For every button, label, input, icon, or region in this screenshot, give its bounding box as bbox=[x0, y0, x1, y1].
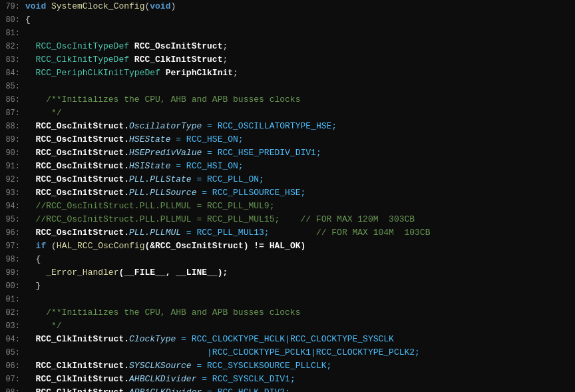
code-viewer: 79:void SystemClock_Config(void)80:{81: … bbox=[0, 0, 575, 392]
line-content: RCC_OscInitStruct.HSIState = RCC_HSI_ON; bbox=[25, 160, 575, 172]
code-token: ) bbox=[170, 1, 176, 11]
code-token: (&RCC_OscInitStruct) != HAL_OK) bbox=[144, 241, 305, 251]
line-content: /**Initializes the CPU, AHB and APB buss… bbox=[25, 93, 575, 106]
line-content: RCC_ClkInitStruct.ClockType = RCC_CLOCKT… bbox=[25, 333, 575, 345]
line-number: 83: bbox=[0, 54, 25, 67]
table-row: 01: bbox=[0, 293, 575, 306]
line-content: |RCC_CLOCKTYPE_PCLK1|RCC_CLOCKTYPE_PCLK2… bbox=[25, 346, 575, 359]
line-number: 06: bbox=[0, 360, 25, 373]
code-token: { bbox=[25, 15, 31, 25]
table-row: 81: bbox=[0, 27, 575, 40]
line-number: 96: bbox=[0, 227, 25, 240]
line-number: 04: bbox=[0, 333, 25, 346]
code-token: RCC_OscInitStruct. bbox=[25, 188, 129, 198]
code-token: = RCC_SYSCLK_DIV1; bbox=[196, 374, 295, 384]
table-row: 80:{ bbox=[0, 13, 575, 27]
line-content: void SystemClock_Config(void) bbox=[25, 0, 575, 13]
code-token: RCC_OscInitStruct. bbox=[25, 228, 129, 238]
code-token: RCC_ClkInitStruct bbox=[134, 55, 223, 65]
code-token: ; bbox=[222, 55, 228, 65]
table-row: 92: RCC_OscInitStruct.PLL.PLLState = RCC… bbox=[0, 173, 575, 186]
code-token: _Error_Handler bbox=[46, 268, 118, 278]
line-content: { bbox=[25, 13, 575, 26]
code-token: (__FILE__, __LINE__); bbox=[118, 268, 228, 278]
code-token: SystemClock_Config bbox=[51, 1, 144, 11]
code-token: RCC_OscInitStruct. bbox=[25, 121, 129, 131]
code-token: RCC_OscInitStruct bbox=[134, 41, 223, 51]
table-row: 85: bbox=[0, 80, 575, 93]
line-content bbox=[25, 27, 575, 39]
code-token: */ bbox=[25, 321, 62, 331]
line-content: RCC_OscInitStruct.PLL.PLLMUL = RCC_PLL_M… bbox=[25, 226, 575, 239]
code-token: ; bbox=[222, 41, 228, 51]
line-number: 01: bbox=[0, 294, 25, 306]
code-token: = RCC_OSCILLATORTYPE_HSE; bbox=[202, 121, 337, 131]
line-number: 98: bbox=[0, 254, 25, 266]
line-content: RCC_OscInitTypeDef RCC_OscInitStruct; bbox=[25, 40, 575, 53]
line-number: 93: bbox=[0, 187, 25, 200]
code-token: SYSCLKSource bbox=[129, 361, 192, 371]
code-token: APB1CLKDivider bbox=[129, 387, 202, 392]
line-content: */ bbox=[25, 106, 575, 119]
code-token: RCC_OscInitStruct. bbox=[25, 134, 129, 144]
table-row: 06: RCC_ClkInitStruct.SYSCLKSource = RCC… bbox=[0, 359, 575, 373]
line-number: 07: bbox=[0, 373, 25, 386]
table-row: 87: */ bbox=[0, 106, 575, 120]
table-row: 82: RCC_OscInitTypeDef RCC_OscInitStruct… bbox=[0, 40, 575, 53]
code-token: //RCC_OscInitStruct.PLL.PLLMUL = RCC_PLL… bbox=[25, 214, 415, 224]
table-row: 04: RCC_ClkInitStruct.ClockType = RCC_CL… bbox=[0, 333, 575, 346]
code-token: = RCC_CLOCKTYPE_HCLK|RCC_CLOCKTYPE_SYSCL… bbox=[176, 334, 394, 344]
code-token: { bbox=[25, 254, 41, 264]
code-token: = RCC_HCLK_DIV2; bbox=[202, 387, 290, 392]
code-token: = RCC_PLLSOURCE_HSE; bbox=[196, 188, 305, 198]
code-token: */ bbox=[25, 108, 62, 118]
line-number: 95: bbox=[0, 214, 25, 226]
code-token: RCC_ClkInitStruct. bbox=[25, 387, 129, 392]
line-number: 90: bbox=[0, 147, 25, 160]
code-token: = RCC_HSE_ON; bbox=[170, 134, 243, 144]
code-token: RCC_PeriphCLKInitTypeDef bbox=[25, 68, 166, 78]
code-token: = RCC_HSI_ON; bbox=[170, 161, 243, 171]
code-token: |RCC_CLOCKTYPE_PCLK1|RCC_CLOCKTYPE_PCLK2… bbox=[25, 347, 420, 357]
line-content: RCC_ClkInitStruct.SYSCLKSource = RCC_SYS… bbox=[25, 359, 575, 372]
code-token: RCC_OscInitTypeDef bbox=[25, 41, 134, 51]
code-token: RCC_ClkInitTypeDef bbox=[25, 55, 134, 65]
code-token: if bbox=[36, 241, 47, 251]
code-token bbox=[25, 268, 46, 278]
line-content: { bbox=[25, 253, 575, 266]
line-content: RCC_OscInitStruct.PLL.PLLState = RCC_PLL… bbox=[25, 173, 575, 186]
line-content: RCC_OscInitStruct.HSEState = RCC_HSE_ON; bbox=[25, 133, 575, 146]
line-content: RCC_ClkInitStruct.AHBCLKDivider = RCC_SY… bbox=[25, 373, 575, 385]
line-number: 02: bbox=[0, 307, 25, 319]
line-number: 84: bbox=[0, 67, 25, 80]
line-number: 97: bbox=[0, 240, 25, 253]
code-token bbox=[25, 241, 36, 251]
line-content bbox=[25, 80, 575, 93]
code-token: } bbox=[25, 281, 41, 291]
table-row: 83: RCC_ClkInitTypeDef RCC_ClkInitStruct… bbox=[0, 53, 575, 67]
code-token: // FOR MAX 104M 103CB bbox=[270, 228, 431, 238]
code-token: = RCC_PLL_MUL13; bbox=[181, 228, 270, 238]
code-token: ClockType bbox=[129, 334, 176, 344]
code-token: PeriphClkInit bbox=[166, 68, 233, 78]
code-token: RCC_ClkInitStruct. bbox=[25, 334, 129, 344]
code-token: PLL.PLLState bbox=[129, 174, 192, 184]
line-content: */ bbox=[25, 319, 575, 332]
table-row: 05: |RCC_CLOCKTYPE_PCLK1|RCC_CLOCKTYPE_P… bbox=[0, 346, 575, 359]
line-content: RCC_OscInitStruct.OscillatorType = RCC_O… bbox=[25, 120, 575, 132]
code-token: PLL.PLLMUL bbox=[129, 228, 181, 238]
code-token: RCC_OscInitStruct. bbox=[25, 148, 129, 158]
code-token: HSEState bbox=[129, 134, 170, 144]
line-number: 08: bbox=[0, 387, 25, 392]
code-token: PLL.PLLSource bbox=[129, 188, 196, 198]
code-token: ; bbox=[233, 68, 238, 78]
code-token: HSIState bbox=[129, 161, 170, 171]
code-token: AHBCLKDivider bbox=[129, 374, 196, 384]
table-row: 79:void SystemClock_Config(void) bbox=[0, 0, 575, 13]
code-token: void bbox=[150, 1, 170, 11]
table-row: 91: RCC_OscInitStruct.HSIState = RCC_HSI… bbox=[0, 160, 575, 173]
line-content: RCC_OscInitStruct.HSEPredivValue = RCC_H… bbox=[25, 146, 575, 159]
line-content: //RCC_OscInitStruct.PLL.PLLMUL = RCC_PLL… bbox=[25, 213, 575, 226]
table-row: 08: RCC_ClkInitStruct.APB1CLKDivider = R… bbox=[0, 386, 575, 392]
table-row: 03: */ bbox=[0, 319, 575, 333]
